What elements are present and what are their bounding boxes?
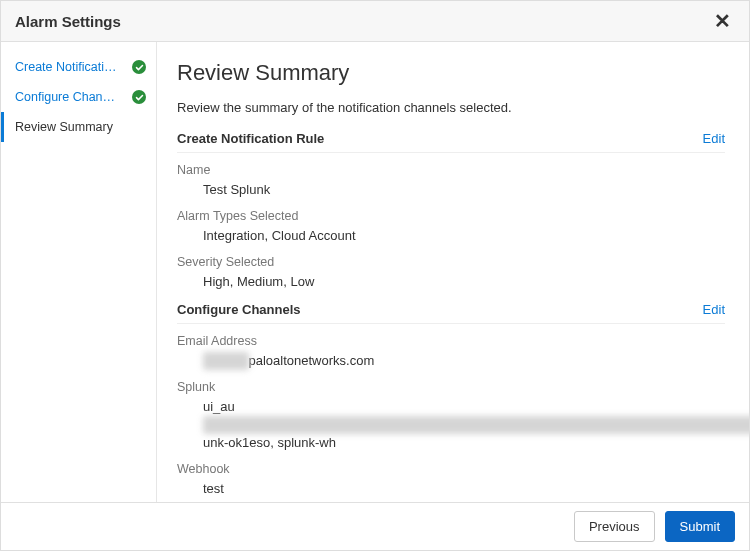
field-value: xxxxxxxpaloaltonetworks.com xyxy=(177,352,725,370)
field-alarm-types: Alarm Types Selected Integration, Cloud … xyxy=(177,209,725,245)
field-label: Email Address xyxy=(177,334,725,348)
check-icon xyxy=(132,90,146,104)
check-icon xyxy=(132,60,146,74)
modal-body: Create Notification ... Configure Channe… xyxy=(1,42,749,502)
close-icon[interactable]: ✕ xyxy=(710,9,735,33)
redacted-text: xxxxxxxxxxxxxxxxxxxxxxxxxxxxxxxxxxxxxxxx… xyxy=(203,416,749,434)
step-label: Create Notification ... xyxy=(15,60,120,74)
email-domain: paloaltonetworks.com xyxy=(249,353,375,368)
step-label: Review Summary xyxy=(15,120,113,134)
splunk-suffix: unk-ok1eso, splunk-wh xyxy=(203,435,336,450)
step-configure-channels[interactable]: Configure Channels xyxy=(1,82,156,112)
field-severity: Severity Selected High, Medium, Low xyxy=(177,255,725,291)
field-email: Email Address xxxxxxxpaloaltonetworks.co… xyxy=(177,334,725,370)
field-value: Integration, Cloud Account xyxy=(177,227,725,245)
field-label: Alarm Types Selected xyxy=(177,209,725,223)
modal-title: Alarm Settings xyxy=(15,13,121,30)
page-description: Review the summary of the notification c… xyxy=(177,100,725,115)
section-title: Create Notification Rule xyxy=(177,131,324,146)
step-create-notification[interactable]: Create Notification ... xyxy=(1,52,156,82)
edit-rule-link[interactable]: Edit xyxy=(703,131,725,146)
submit-button[interactable]: Submit xyxy=(665,511,735,542)
main-content: Review Summary Review the summary of the… xyxy=(157,42,749,502)
field-label: Name xyxy=(177,163,725,177)
field-webhook: Webhook test xyxy=(177,462,725,498)
modal-header: Alarm Settings ✕ xyxy=(1,1,749,42)
field-label: Splunk xyxy=(177,380,725,394)
step-review-summary[interactable]: Review Summary xyxy=(1,112,156,142)
modal-footer: Previous Submit xyxy=(1,502,749,550)
field-splunk: Splunk ui_auxxxxxxxxxxxxxxxxxxxxxxxxxxxx… xyxy=(177,380,725,453)
field-label: Severity Selected xyxy=(177,255,725,269)
field-value: ui_auxxxxxxxxxxxxxxxxxxxxxxxxxxxxxxxxxxx… xyxy=(177,398,725,453)
redacted-text: xxxxxxx xyxy=(203,352,249,370)
section-header-channels: Configure Channels Edit xyxy=(177,302,725,324)
alarm-settings-modal: Alarm Settings ✕ Create Notification ...… xyxy=(0,0,750,551)
field-value: test xyxy=(177,480,725,498)
splunk-prefix: ui_au xyxy=(203,399,235,414)
section-header-rule: Create Notification Rule Edit xyxy=(177,131,725,153)
section-title: Configure Channels xyxy=(177,302,301,317)
field-value: Test Splunk xyxy=(177,181,725,199)
field-name: Name Test Splunk xyxy=(177,163,725,199)
edit-channels-link[interactable]: Edit xyxy=(703,302,725,317)
step-label: Configure Channels xyxy=(15,90,120,104)
field-value: High, Medium, Low xyxy=(177,273,725,291)
wizard-sidebar: Create Notification ... Configure Channe… xyxy=(1,42,157,502)
previous-button[interactable]: Previous xyxy=(574,511,655,542)
field-label: Webhook xyxy=(177,462,725,476)
page-title: Review Summary xyxy=(177,60,725,86)
